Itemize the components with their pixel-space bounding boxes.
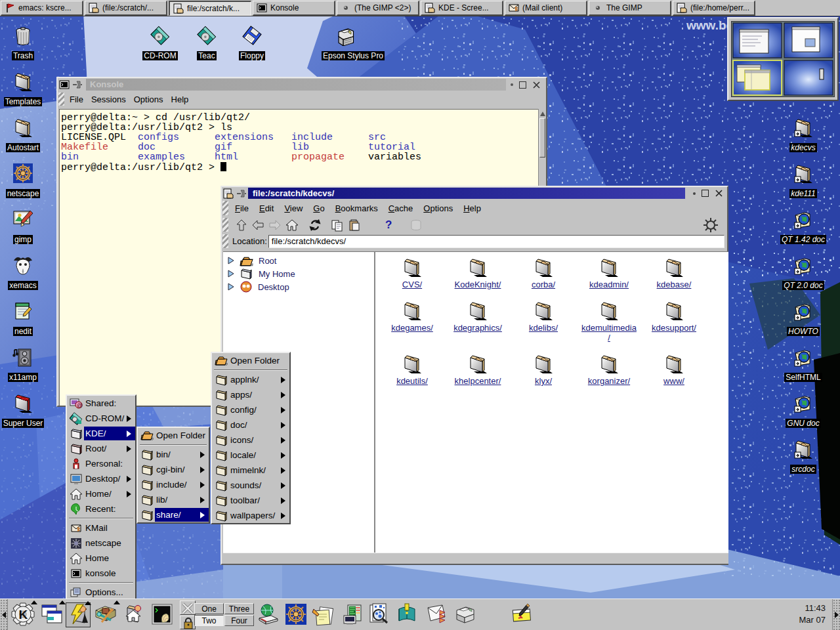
svg-text:@: @ <box>77 402 83 409</box>
svg-text:K: K <box>19 608 28 621</box>
